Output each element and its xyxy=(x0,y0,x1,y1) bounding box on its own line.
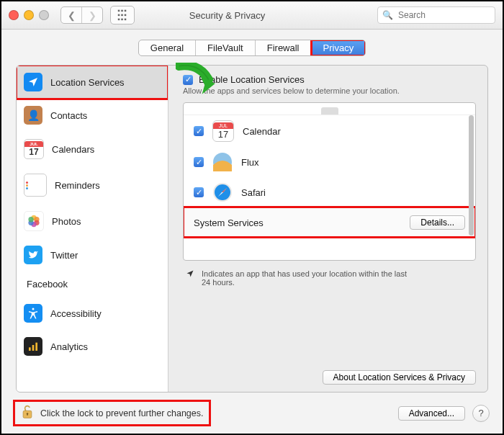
sidebar-item-label: Contacts xyxy=(50,110,87,121)
app-label: Calendar xyxy=(243,126,281,137)
calendar-icon: JUL 17 xyxy=(212,120,234,142)
enable-location-subtext: Allow the apps and services below to det… xyxy=(183,86,476,95)
privacy-sidebar[interactable]: Location Services 👤 Contacts JUL 17 Cale… xyxy=(17,66,168,392)
photos-icon xyxy=(24,211,44,231)
advanced-button[interactable]: Advanced... xyxy=(398,406,465,421)
sidebar-item-accessibility[interactable]: Accessibility xyxy=(17,297,168,330)
twitter-icon xyxy=(24,246,42,264)
app-label: Safari xyxy=(241,187,266,198)
about-row: About Location Services & Privacy xyxy=(183,360,476,385)
location-apps-list: ✓ JUL 17 Calendar ✓ Flux xyxy=(183,102,476,261)
list-item-partial xyxy=(184,103,475,115)
back-button[interactable]: ❮ xyxy=(61,7,81,23)
sidebar-item-label: Calendars xyxy=(52,144,94,155)
tabs-row: General FileVault Firewall Privacy xyxy=(1,30,503,65)
scrollbar-thumb[interactable] xyxy=(469,115,474,236)
location-arrow-icon xyxy=(24,73,42,91)
system-services-row: System Services Details... xyxy=(184,207,475,237)
reminders-icon xyxy=(24,174,47,197)
tab-group: General FileVault Firewall Privacy xyxy=(138,40,366,56)
question-icon: ? xyxy=(478,408,483,418)
sidebar-item-photos[interactable]: Photos xyxy=(17,204,168,238)
search-icon: 🔍 xyxy=(382,10,393,20)
sidebar-item-label: Location Services xyxy=(50,77,125,88)
tab-privacy[interactable]: Privacy xyxy=(312,40,366,55)
sidebar-item-label: Accessibility xyxy=(50,308,102,319)
svg-rect-8 xyxy=(32,345,35,351)
contacts-icon: 👤 xyxy=(24,106,42,125)
svg-point-5 xyxy=(28,217,33,222)
list-item[interactable]: ✓ Flux xyxy=(184,147,475,177)
tab-filevault[interactable]: FileVault xyxy=(196,40,256,55)
sidebar-item-contacts[interactable]: 👤 Contacts xyxy=(17,99,168,132)
sidebar-item-label: Analytics xyxy=(50,341,88,352)
enable-location-row[interactable]: ✓ Enable Location Services xyxy=(183,74,476,85)
minimize-window-button[interactable] xyxy=(24,10,34,20)
flux-icon xyxy=(212,152,233,172)
sidebar-item-location-services[interactable]: Location Services xyxy=(17,66,168,99)
sidebar-item-reminders[interactable]: Reminders xyxy=(17,166,168,204)
list-item[interactable]: ✓ JUL 17 Calendar xyxy=(184,115,475,147)
about-location-button[interactable]: About Location Services & Privacy xyxy=(323,370,476,385)
search-field[interactable]: 🔍 xyxy=(377,6,495,24)
tab-general[interactable]: General xyxy=(139,40,196,55)
lock-row[interactable]: Click the lock to prevent further change… xyxy=(14,401,210,425)
details-button[interactable]: Details... xyxy=(410,215,465,230)
search-input[interactable] xyxy=(397,9,490,21)
location-arrow-icon xyxy=(186,269,194,287)
close-window-button[interactable] xyxy=(9,10,19,20)
accessibility-icon xyxy=(24,304,42,323)
calendar-icon: JUL 17 xyxy=(24,139,44,159)
indicator-note-text: Indicates an app that has used your loca… xyxy=(202,269,418,287)
system-services-label: System Services xyxy=(194,218,264,228)
location-indicator-note: Indicates an app that has used your loca… xyxy=(186,269,473,287)
sidebar-item-analytics[interactable]: Analytics xyxy=(17,330,168,363)
app-checkbox[interactable]: ✓ xyxy=(194,126,204,136)
sidebar-item-label: Photos xyxy=(52,216,81,227)
footer: Click the lock to prevent further change… xyxy=(1,397,503,434)
svg-rect-7 xyxy=(29,347,31,351)
window-controls xyxy=(9,10,49,20)
sidebar-item-twitter[interactable]: Twitter xyxy=(17,238,168,272)
help-button[interactable]: ? xyxy=(472,405,490,422)
svg-rect-17 xyxy=(27,414,27,416)
svg-point-6 xyxy=(32,308,35,310)
titlebar: ❮ ❯ ▪▪▪▪▪▪▪▪▪ Security & Privacy 🔍 xyxy=(1,1,503,30)
svg-rect-9 xyxy=(35,343,37,351)
window-title: Security & Privacy xyxy=(84,10,370,21)
chevron-left-icon: ❮ xyxy=(68,10,76,21)
applist-scrollbar[interactable] xyxy=(469,106,474,256)
preferences-window: ❮ ❯ ▪▪▪▪▪▪▪▪▪ Security & Privacy 🔍 Gener… xyxy=(0,0,504,435)
privacy-content: ✓ Enable Location Services Allow the app… xyxy=(168,66,487,392)
preferences-body: Location Services 👤 Contacts JUL 17 Cale… xyxy=(16,65,488,393)
unlocked-lock-icon xyxy=(20,404,35,422)
safari-icon xyxy=(212,182,233,202)
sidebar-item-label: Twitter xyxy=(50,250,78,261)
enable-location-checkbox[interactable]: ✓ xyxy=(183,75,193,85)
app-label: Flux xyxy=(241,157,259,168)
location-apps-scroll[interactable]: ✓ JUL 17 Calendar ✓ Flux xyxy=(184,103,475,260)
tab-firewall[interactable]: Firewall xyxy=(256,40,312,55)
analytics-icon xyxy=(24,337,42,356)
sidebar-item-calendars[interactable]: JUL 17 Calendars xyxy=(17,132,168,166)
sidebar-item-facebook[interactable]: Facebook xyxy=(17,272,168,297)
lock-text: Click the lock to prevent further change… xyxy=(40,408,204,418)
sidebar-item-label: Facebook xyxy=(27,279,68,290)
sidebar-item-label: Reminders xyxy=(55,180,100,191)
zoom-window-button[interactable] xyxy=(39,10,49,20)
app-checkbox[interactable]: ✓ xyxy=(194,187,204,197)
list-item[interactable]: ✓ Safari xyxy=(184,177,475,207)
app-checkbox[interactable]: ✓ xyxy=(194,157,204,167)
enable-location-label: Enable Location Services xyxy=(199,74,305,85)
